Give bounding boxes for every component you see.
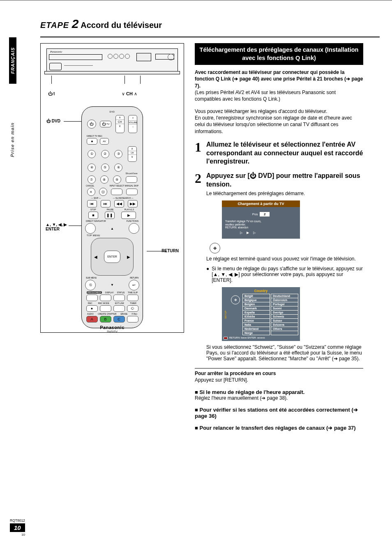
heading-title: Accord du téléviseur bbox=[78, 21, 162, 30]
recorder-callouts: ⏻/I ∨ CH ∧ bbox=[44, 91, 180, 97]
country-bullet-text: Si le menu de réglage du pays s'affiche … bbox=[212, 266, 363, 283]
country-option: Others bbox=[271, 327, 298, 331]
country-nav-icon: ✥ bbox=[231, 295, 240, 304]
step-1-num: 1 bbox=[195, 140, 201, 154]
dvd-power-button: ⏻ bbox=[87, 120, 96, 129]
page-footer: RQT8012 10 10 bbox=[10, 518, 25, 537]
intro-note: (Les prises Péritel AV2 et AV4 sur les t… bbox=[195, 89, 363, 102]
step-number: 2 bbox=[72, 17, 79, 30]
num-0: ⓪ bbox=[99, 188, 107, 196]
play-label: PLAY/x1.3 bbox=[125, 208, 134, 211]
country-option: Portugal bbox=[271, 302, 298, 306]
sub-menu-label: SUB MENU bbox=[86, 276, 97, 279]
enter-button: ENTER bbox=[104, 251, 120, 263]
time-slip-label: TIME SLIP bbox=[128, 291, 138, 294]
f-rec-button bbox=[127, 316, 138, 322]
pause-button: ❚❚ bbox=[105, 212, 115, 219]
page-heading: ETAPE 2 Accord du téléviseur bbox=[40, 17, 380, 31]
input-select-label: INPUT SELECT MANUAL SKIP bbox=[110, 184, 138, 187]
country-option: España bbox=[243, 311, 270, 315]
status-label: STATUS bbox=[117, 291, 125, 294]
num-1: ① bbox=[88, 150, 96, 158]
language-tab: FRANÇAIS bbox=[9, 37, 16, 84]
step-2-sub: Le téléchargement des préréglages démarr… bbox=[206, 191, 363, 196]
remote-callout-nav: ▲, ▼, ◀, ▶ ENTER bbox=[46, 222, 67, 231]
nav-pad: ◀ ▶ ENTER bbox=[88, 238, 136, 276]
step-list: 1 Allumez le téléviseur et sélectionnez … bbox=[195, 140, 363, 362]
direct-navigator-button bbox=[85, 223, 96, 234]
nav-pad-icon: ✥ bbox=[210, 243, 220, 253]
erase-button-c: C bbox=[113, 316, 125, 322]
direct-tv-rec-label: DIRECT TV REC bbox=[87, 135, 102, 137]
country-option: Nederland bbox=[243, 327, 270, 331]
left-column: Panasonic ⏻/I ∨ CH ∧ bbox=[40, 43, 184, 431]
osd-download-box: Chargement à partir du TV Pos 2 Transfer… bbox=[222, 200, 300, 239]
direct-nav-label: DIRECT NAVIGATOR bbox=[86, 220, 106, 222]
volume-rocker: ＋VOLUME－ bbox=[128, 115, 137, 133]
display-button bbox=[100, 295, 111, 301]
country-bullet: ● Si le menu de réglage du pays s'affich… bbox=[206, 266, 363, 283]
sq-section-verify: Pour vérifier si les stations ont été ac… bbox=[195, 407, 363, 419]
ch-rocker-2: ∧CH∨ bbox=[128, 146, 137, 162]
recorder-ch-callout: CH bbox=[126, 91, 133, 96]
section-header-bar: Téléchargement des préréglages de canaux… bbox=[195, 43, 363, 65]
country-footer: RETURN: leave ENTER: access bbox=[229, 336, 265, 339]
sq-section-restart: Pour relancer le transfert des réglages … bbox=[195, 425, 363, 431]
country-option: Deutschland bbox=[271, 294, 298, 298]
slow-search-label: SLOW/SEARCH bbox=[115, 197, 131, 199]
showview-label: ShowView bbox=[85, 173, 138, 175]
osd-msg: Transfert réglage TV en cours, veuillez … bbox=[225, 220, 297, 229]
country-option: France bbox=[243, 319, 270, 323]
showview-button bbox=[126, 176, 137, 183]
chapter-button-b: B bbox=[100, 316, 111, 322]
osd-pos-label: Pos bbox=[252, 212, 258, 216]
top-menu-label: TOP MENU bbox=[87, 235, 139, 237]
country-col-2: DeutschlandÖsterreichPortugalSuomiSverig… bbox=[271, 294, 298, 335]
country-option: Eλλάδα bbox=[243, 315, 270, 319]
rec-mode-label: REC MODE bbox=[98, 302, 109, 304]
remote-dvd-label: DVD bbox=[85, 111, 139, 113]
rec-button: ● bbox=[86, 305, 98, 312]
num-6: ⑥ bbox=[114, 164, 122, 172]
device-diagram-box: Panasonic ⏻/I ∨ CH ∧ bbox=[40, 43, 184, 333]
cancel-label: CANCEL bbox=[86, 184, 94, 187]
step-2-heading: Appuyez sur [⏻ DVD] pour mettre l'appare… bbox=[206, 172, 363, 189]
pause-label: PAUSE bbox=[107, 208, 114, 211]
stop-button: ■ bbox=[88, 212, 98, 219]
step-label: ETAPE bbox=[40, 21, 72, 30]
remote-subbrand: DVD/TV bbox=[85, 330, 139, 333]
f-rec-label: F Rec bbox=[132, 313, 137, 315]
num-2: ② bbox=[101, 150, 109, 158]
rec-mode-button bbox=[100, 305, 111, 312]
num-7: ⑦ bbox=[88, 175, 96, 184]
doc-code: RQT8012 bbox=[10, 518, 25, 523]
stop-procedure-body: Appuyez sur [RETURN]. bbox=[195, 377, 363, 383]
country-col-1: BelgiëBelgiqueBelgienDanmarkEspañaEλλάδα… bbox=[242, 294, 270, 335]
mini-page-number: 10 bbox=[21, 533, 25, 537]
country-option: Suisse bbox=[271, 319, 298, 323]
country-option: Belgique bbox=[243, 298, 270, 302]
num-3: ③ bbox=[114, 150, 122, 158]
num-9: ⑨ bbox=[113, 175, 121, 184]
intro-para2: Vous pouvez télécharger les réglages d'a… bbox=[195, 108, 363, 135]
intro-bold: Avec raccordement au téléviseur par conn… bbox=[195, 69, 363, 89]
display-label: DISPLAY bbox=[105, 291, 114, 294]
direct-tv-rec-button: ● bbox=[87, 138, 97, 145]
num-8: ⑧ bbox=[100, 175, 108, 184]
country-option: Italia bbox=[243, 323, 270, 327]
dvd-recorder-diagram: Panasonic bbox=[44, 48, 180, 90]
right-column: Téléchargement des préréglages de canaux… bbox=[195, 43, 363, 431]
country-option: Norge bbox=[243, 331, 270, 335]
skip-prev: ⏮ bbox=[87, 200, 97, 207]
osd-title: Chargement à partir du TV bbox=[222, 200, 300, 207]
audio-label: AUDIO bbox=[87, 313, 94, 315]
heading-rule bbox=[40, 37, 380, 37]
step-1: 1 Allumez le téléviseur et sélectionnez … bbox=[195, 140, 363, 166]
play-button: ▶ bbox=[121, 212, 136, 219]
page: FRANÇAIS Prise en main ETAPE 2 Accord du… bbox=[0, 0, 392, 542]
page-number-badge: 10 bbox=[10, 523, 25, 532]
ext-link-label: EXT LINK bbox=[115, 302, 124, 304]
sub-menu-button: Ⓢ bbox=[85, 280, 96, 290]
ch-rocker: ∧CH∨ bbox=[115, 115, 125, 133]
country-option: Österreich bbox=[271, 298, 298, 302]
